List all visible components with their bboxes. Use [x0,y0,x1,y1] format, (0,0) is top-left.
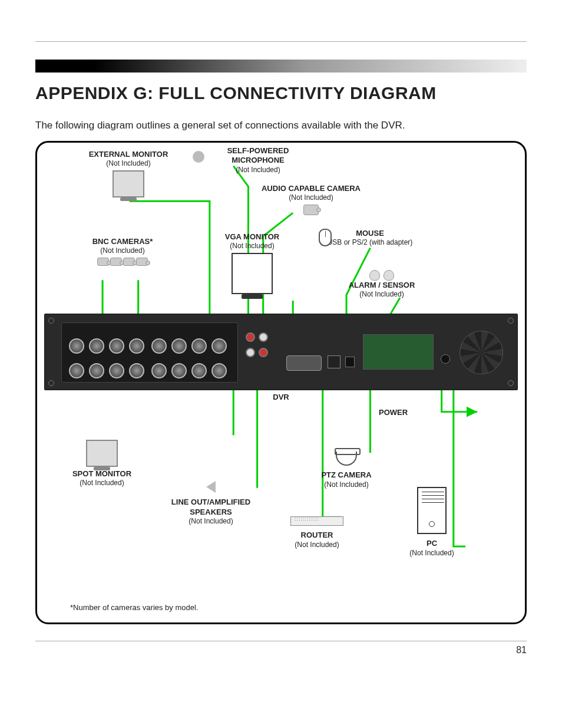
vga-monitor-node: VGA MONITOR (Not Included) [214,232,290,297]
fan-icon [459,331,503,374]
alarm-title: ALARM / SENSOR [332,281,432,290]
router-node: ROUTER (Not Included) [273,514,361,549]
speakers-title: LINE OUT/AMPLIFIED SPEAKERS [155,498,267,517]
ptz-camera-node: PTZ CAMERA (Not Included) [302,449,391,489]
power-title: POWER [379,408,449,417]
dvr-label: DVR [273,393,289,401]
header-gradient-bar [35,60,527,73]
audio-camera-sub: (Not Included) [261,193,361,202]
screw-icon [508,380,514,386]
router-sub: (Not Included) [273,541,361,549]
microphone-title: SELF-POWERED MICROPHONE [208,146,308,166]
alarm-icon [332,270,432,281]
ptz-title: PTZ CAMERA [302,470,391,480]
page-number: 81 [516,645,527,655]
bnc-panel [61,322,238,383]
router-icon [290,516,343,526]
cameras-icon [72,258,173,266]
intro-text: The following diagram outlines a general… [35,120,527,131]
microphone-sub: (Not Included) [208,166,308,174]
screw-icon [48,318,54,324]
speakers-node: LINE OUT/AMPLIFIED SPEAKERS (Not Include… [155,479,267,526]
spot-monitor-sub: (Not Included) [61,479,143,487]
pc-title: PC [396,539,467,548]
screw-icon [48,380,54,386]
vga-monitor-icon [232,253,273,294]
camera-icon [303,205,319,215]
footnote: *Number of cameras varies by model. [70,603,198,612]
audio-camera-node: AUDIO CAPABLE CAMERA (Not Included) [261,184,361,218]
mouse-node: MOUSE USB or PS/2 (with adapter) [320,229,420,247]
usb-port [345,357,355,367]
bottom-rule: 81 [35,641,527,655]
alarm-node: ALARM / SENSOR (Not Included) [332,270,432,299]
lan-port [328,355,340,368]
bnc-cameras-sub: (Not Included) [72,246,173,255]
mouse-icon [319,229,332,246]
alarm-sub: (Not Included) [332,290,432,299]
power-jack [441,354,450,364]
power-label: POWER [379,408,449,417]
vga-monitor-sub: (Not Included) [214,242,290,251]
ptz-sub: (Not Included) [302,480,391,489]
microphone-icon [193,151,204,163]
dvr-unit [44,314,518,390]
pc-icon [417,487,447,534]
audio-camera-title: AUDIO CAPABLE CAMERA [261,184,361,193]
bnc-cameras-title: BNC CAMERAS* [72,237,173,246]
speakers-sub: (Not Included) [155,517,267,526]
external-monitor-node: EXTERNAL MONITOR (Not Included) [84,150,173,200]
monitor-icon [113,170,144,197]
router-title: ROUTER [273,531,361,540]
top-rule [35,41,527,42]
audio-ports [244,331,279,380]
mouse-title: MOUSE [320,229,420,238]
vga-monitor-title: VGA MONITOR [214,232,290,242]
pc-node: PC (Not Included) [396,485,467,558]
mouse-sub: USB or PS/2 (with adapter) [320,238,420,247]
speaker-icon [206,481,216,493]
external-monitor-title: EXTERNAL MONITOR [84,150,173,159]
spot-monitor-node: SPOT MONITOR (Not Included) [61,437,143,487]
terminal-block [363,334,434,370]
page-title: APPENDIX G: FULL CONNECTIVITY DIAGRAM [35,83,527,103]
bnc-cameras-node: BNC CAMERAS* (Not Included) [72,237,173,268]
screw-icon [508,318,514,324]
spot-monitor-title: SPOT MONITOR [61,469,143,479]
microphone-node: SELF-POWERED MICROPHONE (Not Included) [208,146,308,174]
diagram-frame: EXTERNAL MONITOR (Not Included) SELF-POW… [35,141,527,624]
vga-port [286,355,322,371]
external-monitor-sub: (Not Included) [84,159,173,168]
pc-sub: (Not Included) [396,549,467,558]
monitor-icon [86,440,118,467]
dome-camera-icon [336,452,357,466]
